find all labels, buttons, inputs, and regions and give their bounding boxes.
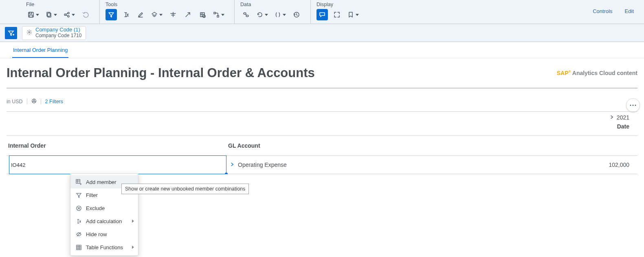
lock-data-icon[interactable] <box>197 9 208 20</box>
svg-line-37 <box>32 101 33 102</box>
date-column-label: Date <box>544 121 629 135</box>
tab-strip: Internal Order Planning <box>0 42 644 58</box>
filter-chip-title: Company Code (1) <box>35 27 81 33</box>
link-model-icon[interactable] <box>240 9 252 20</box>
page-content: Internal Order Planning - Internal Order… <box>0 58 644 174</box>
gear-icon <box>26 29 32 36</box>
save-icon[interactable] <box>26 9 41 20</box>
svg-line-24 <box>246 14 246 15</box>
toolbar-group-label: Display <box>315 1 362 9</box>
filter-icon[interactable] <box>106 9 117 20</box>
toolbar-group-label: File <box>24 1 93 9</box>
filter-chip-company-code[interactable]: Company Code (1) Company Code 1710 <box>22 26 86 40</box>
table-more-button[interactable] <box>626 98 640 112</box>
value-cell[interactable]: 102,000 <box>609 162 629 168</box>
svg-point-34 <box>33 100 34 101</box>
toolbar-group-file: File <box>20 0 99 20</box>
svg-point-32 <box>635 105 636 106</box>
table-date-header: 2021 Date <box>7 112 637 136</box>
svg-line-8 <box>66 13 68 14</box>
table-column-headers: Internal Order GL Account <box>7 136 637 156</box>
distribute-icon[interactable] <box>167 9 179 20</box>
refresh-icon[interactable] <box>255 9 270 20</box>
gl-account-cell[interactable]: Operating Expense <box>226 162 544 168</box>
add-filter-icon[interactable] <box>5 27 17 39</box>
undo-icon[interactable] <box>80 9 91 20</box>
tab-internal-order-planning[interactable]: Internal Order Planning <box>12 43 68 58</box>
filter-bar: Company Code (1) Company Code 1710 <box>0 24 644 42</box>
svg-point-30 <box>630 105 631 106</box>
export-icon[interactable] <box>182 9 193 20</box>
toolbar-group-data: Data <box>235 0 310 20</box>
page-title: Internal Order Planning - Internal Order… <box>7 66 315 80</box>
formula-icon[interactable] <box>120 9 132 20</box>
context-menu: Add member Filter Exclude Add calculatio… <box>70 173 138 174</box>
version-icon[interactable] <box>149 9 164 20</box>
column-header-internal-order[interactable]: Internal Order <box>7 136 226 155</box>
edit-icon[interactable] <box>135 9 146 20</box>
page-header-row: Internal Order Planning - Internal Order… <box>7 62 637 89</box>
copy-icon[interactable] <box>44 9 59 20</box>
year-expand[interactable]: 2021 <box>544 112 629 121</box>
data-table: 2021 Date Internal Order GL Account IO44… <box>7 111 637 174</box>
svg-rect-1 <box>29 12 32 14</box>
svg-line-36 <box>34 101 35 102</box>
chevron-right-icon <box>230 162 235 168</box>
brand-label: SAP® Analytics Cloud content <box>557 70 637 76</box>
model-icon[interactable] <box>31 98 37 105</box>
currency-label: in USD <box>7 99 23 104</box>
toolbar-group-tools: Tools <box>100 0 234 20</box>
svg-point-29 <box>29 31 30 33</box>
svg-rect-16 <box>200 13 204 17</box>
column-header-gl-account[interactable]: GL Account <box>226 136 544 155</box>
history-icon[interactable] <box>291 9 302 20</box>
svg-rect-2 <box>29 15 33 17</box>
share-icon[interactable] <box>62 9 77 20</box>
toolbar-group-label: Tools <box>104 1 228 9</box>
controls-link[interactable]: Controls <box>593 8 612 14</box>
edit-link[interactable]: Edit <box>625 8 634 14</box>
svg-line-15 <box>186 13 190 17</box>
svg-point-31 <box>633 105 634 106</box>
bookmark-icon[interactable] <box>346 9 360 20</box>
selected-cell-internal-order[interactable]: IO442 <box>9 155 226 174</box>
comments-icon[interactable] <box>317 9 328 20</box>
fullscreen-icon[interactable] <box>331 9 343 20</box>
toolbar-group-display: Display <box>311 0 369 20</box>
variable-icon[interactable] <box>273 9 288 20</box>
toolbar-group-label: Data <box>239 1 304 9</box>
table-row: IO442 Operating Expense 102,000 <box>7 156 637 174</box>
filters-link[interactable]: 2 Filters <box>45 99 63 104</box>
svg-marker-10 <box>109 13 114 17</box>
chevron-right-icon <box>609 114 614 121</box>
svg-line-9 <box>66 15 68 16</box>
svg-point-19 <box>203 15 205 18</box>
top-toolbar: File Tools Data <box>0 0 644 24</box>
filter-chip-subtitle: Company Code 1710 <box>35 33 81 39</box>
table-meta-row: in USD 2 Filters <box>7 89 637 107</box>
allocate-icon[interactable] <box>211 9 226 20</box>
